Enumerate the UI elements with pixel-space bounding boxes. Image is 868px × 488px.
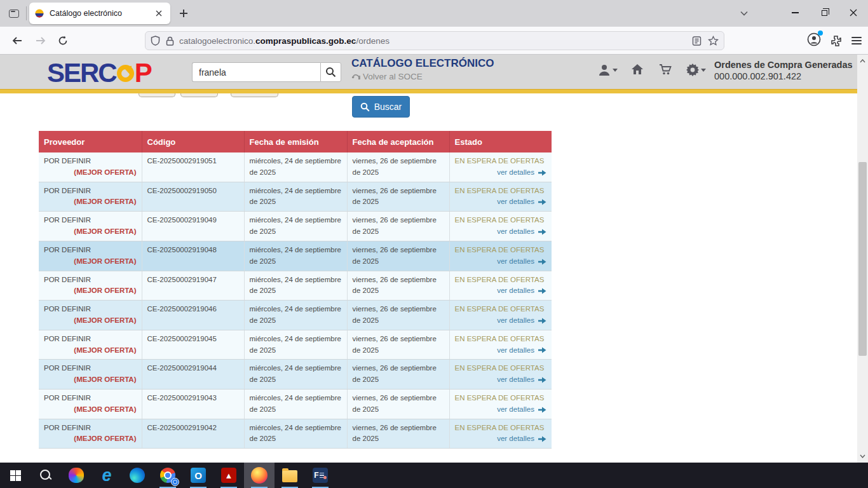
internet-explorer-button[interactable]: e	[92, 463, 122, 488]
start-button[interactable]	[0, 463, 31, 488]
firefox-account-button[interactable]	[807, 32, 821, 49]
order-row[interactable]: POR DEFINIR (MEJOR OFERTA) CE-2025000291…	[39, 419, 552, 449]
settings-menu-button[interactable]	[686, 64, 706, 76]
outlook-button[interactable]: O	[183, 463, 214, 488]
provider-note: (MEJOR OFERTA)	[44, 196, 137, 208]
logo-text-ser: SER	[47, 58, 98, 88]
site-favicon	[34, 8, 44, 18]
arrow-right-icon	[538, 318, 546, 324]
order-row[interactable]: POR DEFINIR (MEJOR OFERTA) CE-2025000291…	[39, 271, 552, 301]
tab-close-icon[interactable]	[153, 7, 165, 20]
estado-label: EN ESPERA DE OFERTAS	[455, 156, 547, 167]
order-row[interactable]: POR DEFINIR (MEJOR OFERTA) CE-2025000291…	[39, 301, 552, 330]
ver-detalles-link[interactable]: ver detalles	[455, 256, 547, 268]
cell-proveedor: POR DEFINIR (MEJOR OFERTA)	[39, 390, 142, 419]
cell-proveedor: POR DEFINIR (MEJOR OFERTA)	[39, 419, 142, 449]
user-menu-button[interactable]	[598, 64, 618, 76]
buscar-button[interactable]: Buscar	[352, 96, 410, 118]
table-header-row: Proveedor Código Fecha de emisión Fecha …	[39, 131, 552, 152]
back-button[interactable]	[8, 31, 27, 50]
ver-detalles-link[interactable]: ver detalles	[455, 167, 547, 179]
close-button[interactable]	[839, 0, 868, 25]
ver-detalles-label: ver detalles	[497, 285, 534, 297]
taskbar-search-button[interactable]	[31, 463, 61, 488]
new-tab-button[interactable]	[175, 5, 192, 22]
ver-detalles-link[interactable]: ver detalles	[455, 226, 547, 238]
chrome-button[interactable]	[153, 463, 183, 488]
filter-button-stub[interactable]	[180, 93, 218, 97]
provider-note: (MEJOR OFERTA)	[44, 345, 137, 356]
ver-detalles-link[interactable]: ver detalles	[455, 374, 547, 386]
tracking-shield-icon	[151, 36, 160, 46]
extensions-puzzle-icon[interactable]	[830, 34, 843, 47]
filter-button-stub[interactable]	[139, 93, 175, 97]
file-explorer-button[interactable]	[275, 463, 305, 488]
col-fecha-aceptacion: Fecha de aceptación	[347, 131, 449, 152]
volver-soce-link[interactable]: Volver al SOCE	[351, 72, 423, 81]
cell-codigo: CE-20250002919046	[142, 301, 244, 330]
restore-icon	[822, 10, 827, 16]
url-bar[interactable]: catalogoelectronico.compraspublicas.gob.…	[145, 31, 724, 50]
scrollbar-thumb[interactable]	[858, 162, 867, 356]
firefox-button[interactable]	[244, 463, 275, 488]
bookmark-star-icon[interactable]	[708, 36, 719, 46]
ver-detalles-link[interactable]: ver detalles	[455, 196, 547, 208]
order-row[interactable]: POR DEFINIR (MEJOR OFERTA) CE-2025000291…	[39, 182, 552, 212]
cell-fecha-emision: miércoles, 24 de septiembre de 2025	[244, 360, 347, 390]
filter-button-stub[interactable]	[231, 93, 278, 97]
restore-button[interactable]	[810, 0, 839, 25]
f-app-button[interactable]: F	[305, 463, 336, 488]
browser-tab[interactable]: Catálogo electrónico	[29, 3, 170, 24]
order-row[interactable]: POR DEFINIR (MEJOR OFERTA) CE-2025000291…	[39, 152, 552, 182]
ver-detalles-link[interactable]: ver detalles	[455, 345, 547, 356]
estado-label: EN ESPERA DE OFERTAS	[455, 393, 547, 404]
provider-note: (MEJOR OFERTA)	[44, 433, 137, 445]
copilot-button[interactable]	[61, 463, 92, 488]
reader-view-icon[interactable]	[692, 36, 702, 46]
search-input[interactable]	[192, 62, 320, 82]
ver-detalles-link[interactable]: ver detalles	[455, 404, 547, 416]
order-row[interactable]: POR DEFINIR (MEJOR OFERTA) CE-2025000291…	[39, 390, 552, 419]
provider-name: POR DEFINIR	[44, 274, 137, 286]
order-row[interactable]: POR DEFINIR (MEJOR OFERTA) CE-2025000291…	[39, 360, 552, 390]
cart-button[interactable]	[659, 64, 672, 76]
order-row[interactable]: POR DEFINIR (MEJOR OFERTA) CE-2025000291…	[39, 241, 552, 271]
outlook-icon: O	[191, 468, 206, 483]
logo-text-p: P	[135, 58, 151, 88]
cell-proveedor: POR DEFINIR (MEJOR OFERTA)	[39, 212, 142, 241]
order-row[interactable]: POR DEFINIR (MEJOR OFERTA) CE-2025000291…	[39, 212, 552, 241]
cell-codigo: CE-20250002919049	[142, 212, 244, 241]
forward-icon	[36, 36, 46, 45]
forward-button[interactable]	[31, 31, 50, 50]
ver-detalles-link[interactable]: ver detalles	[455, 433, 547, 445]
list-all-tabs-button[interactable]	[735, 5, 754, 22]
firefox-view-button[interactable]	[5, 5, 23, 22]
volver-soce-label: Volver al SOCE	[363, 72, 423, 81]
windows-logo-icon	[10, 470, 21, 481]
cell-fecha-emision: miércoles, 24 de septiembre de 2025	[244, 330, 347, 360]
reload-icon	[58, 36, 68, 46]
scroll-down-icon[interactable]	[857, 451, 868, 461]
copilot-icon	[69, 468, 84, 483]
scroll-up-icon[interactable]	[857, 56, 868, 66]
menu-hamburger-icon[interactable]	[851, 37, 862, 44]
notification-dot	[818, 30, 823, 36]
edge-button[interactable]	[122, 463, 153, 488]
order-row[interactable]: POR DEFINIR (MEJOR OFERTA) CE-2025000291…	[39, 330, 552, 360]
search-button[interactable]	[320, 62, 341, 82]
reload-button[interactable]	[53, 31, 72, 50]
provider-name: POR DEFINIR	[44, 304, 137, 315]
cell-fecha-aceptacion: viernes, 26 de septiembre de 2025	[347, 212, 449, 241]
ver-detalles-link[interactable]: ver detalles	[455, 315, 547, 327]
gold-divider-bar	[0, 89, 857, 93]
estado-label: EN ESPERA DE OFERTAS	[455, 186, 547, 197]
minimize-button[interactable]	[780, 0, 810, 25]
ver-detalles-link[interactable]: ver detalles	[455, 285, 547, 297]
gear-icon	[686, 64, 699, 76]
cell-fecha-aceptacion: viernes, 26 de septiembre de 2025	[347, 241, 449, 271]
ver-detalles-label: ver detalles	[497, 404, 534, 416]
estado-label: EN ESPERA DE OFERTAS	[455, 334, 547, 345]
vertical-scrollbar[interactable]	[857, 55, 868, 463]
acrobat-button[interactable]: ▲	[214, 463, 244, 488]
home-button[interactable]	[631, 64, 644, 75]
